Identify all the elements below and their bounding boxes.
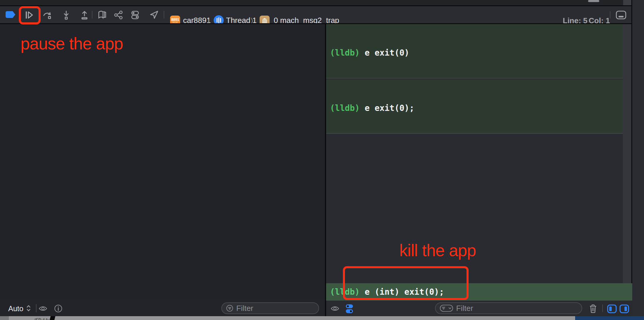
background-window-edge [0,316,9,320]
info-button[interactable] [53,304,64,314]
variables-scope-selector[interactable]: Auto [8,304,23,313]
annotation-rect-console-input [343,266,469,300]
show-console-panel-button[interactable] [619,304,630,314]
show-values-eye-button[interactable] [38,304,48,314]
variables-view [0,24,325,301]
background-tab-label: 我的 [34,317,49,320]
background-shape [49,316,56,320]
lldb-prompt: (lldb) [330,103,360,113]
background-window-strip: 我的 [0,316,644,320]
app-icon-label: 8891 [171,18,179,21]
environment-overrides-icon [130,10,140,20]
annotation-pause-label: pause the app [21,34,123,53]
simulate-location-button[interactable] [148,9,160,21]
editor-bottom-strip [0,0,644,5]
lldb-command: e exit(0) [360,48,409,58]
xcode-debug-area: 8891 中古車 car8891 〉 Thread 1 〉 0 mach_msg… [0,0,644,320]
annotation-rect-pause-button [19,6,41,24]
trash-icon [589,304,597,313]
console-filter-field[interactable] [435,302,582,314]
scrollbar-gutter-patch [623,0,631,5]
location-arrow-icon [149,10,159,20]
eye-icon [330,304,340,313]
console-filter-input[interactable] [456,304,577,313]
console-scrollbar-gutter[interactable] [623,24,631,283]
annotation-kill-label: kill the app [399,241,476,260]
hide-debug-area-icon [615,10,627,20]
environment-overrides-button[interactable] [130,9,141,21]
background-blue-bar [575,316,644,320]
toolbar-separator [164,11,164,19]
panel-left-icon [607,304,617,314]
filter-chevron-icon [440,304,453,312]
info-icon [54,304,63,313]
step-over-icon [42,10,52,20]
lldb-output-block[interactable]: (lldb) e exit(0) error: <user expression… [326,24,623,79]
lldb-command: e exit(0); [360,103,414,113]
toolbar-separator [610,11,610,19]
step-over-button[interactable] [42,9,53,21]
scope-chevrons-icon[interactable] [25,304,32,312]
variables-filter-field[interactable] [221,302,319,314]
right-margin-panel [632,0,644,316]
toolbar-separator [92,11,92,19]
memory-graph-icon [114,10,124,20]
eye-icon [38,304,48,313]
memory-graph-button[interactable] [113,9,124,21]
hide-debug-area-button[interactable] [615,10,627,20]
step-out-icon [79,10,89,20]
panel-right-icon [619,304,629,314]
breakpoint-icon [6,11,16,18]
debug-toolbar: 8891 中古車 car8891 〉 Thread 1 〉 0 mach_msg… [0,6,631,23]
view-hierarchy-button[interactable] [97,9,108,21]
variables-filter-input[interactable] [236,304,314,313]
bar-separator [602,304,603,312]
step-out-button[interactable] [79,9,90,21]
horizontal-scrollbar-thumb[interactable] [588,0,599,2]
view-hierarchy-icon [97,10,107,20]
bank-glyph-icon [261,17,268,24]
console-visibility-eye-button[interactable] [330,304,340,314]
lldb-output-block[interactable]: (lldb) e exit(0); error: <user expressio… [326,79,623,134]
step-into-button[interactable] [61,9,72,21]
bar-separator [36,304,36,312]
show-variables-panel-button[interactable] [606,304,618,314]
breakpoints-toggle-button[interactable] [5,11,16,18]
toggles-blue-icon [345,304,354,314]
lldb-prompt: (lldb) [330,48,360,58]
debugger-output-toggle-button[interactable] [344,303,355,315]
step-into-icon [61,10,71,20]
filter-icon [226,304,233,312]
clear-console-button[interactable] [587,303,599,314]
